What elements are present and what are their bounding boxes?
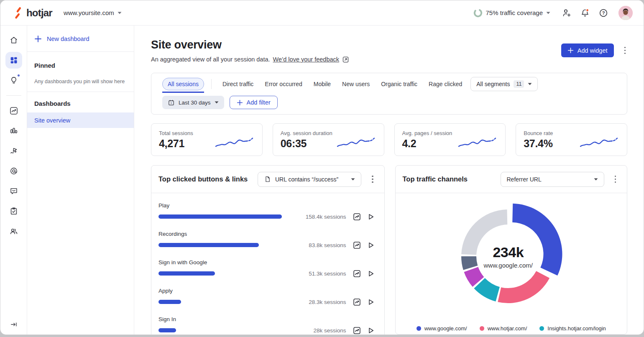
play-sessions-button[interactable] [366, 240, 376, 250]
tab-direct-traffic[interactable]: Direct traffic [222, 81, 253, 87]
rail-item-feedback[interactable] [5, 183, 22, 199]
collapse-arrow-icon [10, 320, 18, 329]
dashboards-sidebar: New dashboard Pinned Any dashboards you … [27, 26, 134, 334]
invite-user-button[interactable] [561, 8, 572, 18]
widget-title: Top traffic channels [403, 175, 468, 183]
chevron-down-icon [215, 101, 219, 104]
tab-new-users[interactable]: New users [342, 81, 370, 87]
plus-icon [567, 47, 574, 54]
page-title: Site overview [151, 38, 349, 51]
collapse-sidebar-button[interactable] [5, 316, 22, 333]
feedback-icon [9, 186, 18, 196]
avatar-photo [618, 6, 633, 20]
page-menu-button[interactable] [623, 45, 628, 56]
site-picker[interactable]: www.yoursite.com [64, 9, 122, 16]
sessions-count: 83.8k sessions [294, 242, 346, 248]
bell-icon [580, 8, 590, 18]
notification-dot [17, 74, 20, 77]
sidebar-item-site-overview[interactable]: Site overview [27, 112, 134, 128]
legend-dot [539, 326, 544, 331]
notifications-button[interactable] [580, 8, 590, 18]
tab-organic-traffic[interactable]: Organic traffic [381, 81, 417, 87]
rail-item-heatmaps[interactable] [5, 143, 22, 159]
pinned-section: Pinned Any dashboards you pin will show … [27, 52, 134, 92]
donut-segment-other-2[interactable] [461, 256, 478, 270]
dashboards-icon [9, 56, 18, 65]
donut-legend: www.google.com/www.hotjar.com/Insights.h… [396, 325, 627, 334]
add-filter-button[interactable]: Add filter [230, 96, 278, 109]
clicked-item-label: Play [158, 202, 376, 209]
feedback-link[interactable]: We’d love your feedback [273, 55, 340, 64]
view-trends-button[interactable] [353, 212, 362, 221]
view-trends-button[interactable] [353, 326, 362, 334]
sessions-count: 51.3k sessions [294, 271, 346, 277]
metric-value: 06:35 [281, 138, 332, 150]
play-icon [366, 241, 375, 250]
widget-top-clicked: Top clicked buttons & links URL contains… [151, 165, 385, 334]
date-range-dropdown[interactable]: 1 Last 30 days [162, 96, 224, 109]
heatmaps-icon [9, 146, 18, 156]
pinned-empty-text: Any dashboards you pin will show here [34, 79, 127, 84]
legend-item[interactable]: www.google.com/ [417, 325, 467, 332]
donut-chart: 234k www.google.com/ [396, 193, 627, 325]
play-icon [366, 212, 375, 221]
metric-card: Avg. session duration 06:35 [273, 123, 384, 156]
rail-item-funnels[interactable] [5, 123, 22, 139]
new-dashboard-button[interactable]: New dashboard [27, 26, 134, 52]
sessions-bar [158, 243, 259, 247]
surveys-icon [9, 207, 18, 216]
metric-label: Avg. pages / session [402, 130, 452, 136]
legend-label: www.hotjar.com/ [488, 325, 527, 332]
hotjar-flame-icon [13, 7, 23, 19]
legend-item[interactable]: Insights.hotjar.com/login [539, 325, 606, 332]
rail-divider [6, 95, 21, 96]
tab-mobile[interactable]: Mobile [314, 81, 331, 87]
metric-card: Avg. pages / session 4.2 [394, 123, 506, 156]
chevron-down-icon [351, 178, 355, 181]
play-sessions-button[interactable] [366, 297, 376, 306]
view-trends-button[interactable] [353, 269, 362, 278]
tab-error-occurred[interactable]: Error occurred [265, 81, 302, 87]
trend-chart-icon [353, 326, 361, 335]
metric-label: Total sessions [159, 130, 193, 136]
rail-item-ideas[interactable] [5, 72, 22, 89]
rail-item-dashboards[interactable] [5, 52, 22, 69]
rail-item-surveys[interactable] [5, 203, 22, 220]
plus-icon [237, 100, 243, 106]
filters-card: All sessions Direct trafficError occurre… [151, 73, 627, 115]
pinned-title: Pinned [34, 62, 127, 69]
rail-item-home[interactable] [5, 32, 22, 49]
funnels-icon [9, 126, 18, 135]
tab-rage-clicked[interactable]: Rage clicked [429, 81, 462, 87]
ideas-icon [9, 76, 18, 85]
clicked-item-label: Recordings [158, 231, 376, 237]
rail-item-trends[interactable] [5, 102, 22, 119]
rail-item-recordings[interactable] [5, 163, 22, 179]
play-sessions-button[interactable] [366, 212, 376, 221]
view-trends-button[interactable] [353, 297, 362, 306]
url-filter-dropdown[interactable]: URL contains “/success” [258, 172, 361, 187]
widget-menu-button[interactable] [613, 174, 618, 185]
help-button[interactable]: ? [598, 8, 609, 18]
clicked-item-row: Sign in with Google51.3k sessions [158, 259, 376, 278]
clicked-item-row: Sign In28k sessions [158, 316, 376, 334]
legend-label: Insights.hotjar.com/login [547, 325, 606, 332]
traffic-coverage[interactable]: 75% traffic coverage [473, 8, 550, 18]
add-widget-button[interactable]: Add widget [561, 43, 614, 57]
referrer-dropdown[interactable]: Referrer URL [501, 172, 604, 187]
play-sessions-button[interactable] [366, 326, 376, 334]
widget-menu-button[interactable] [370, 174, 375, 185]
donut-segment-www-hotjar-com-[interactable] [498, 271, 550, 303]
legend-item[interactable]: www.hotjar.com/ [480, 325, 527, 332]
segments-dropdown[interactable]: All segments 11 [470, 77, 538, 91]
avatar[interactable] [618, 6, 633, 20]
chevron-down-icon [118, 12, 122, 14]
svg-text:?: ? [602, 10, 605, 15]
view-trends-button[interactable] [353, 240, 362, 250]
legend-dot [417, 326, 421, 331]
play-sessions-button[interactable] [366, 269, 376, 278]
tab-all-sessions[interactable]: All sessions [162, 78, 204, 93]
rail-item-users[interactable] [5, 223, 22, 240]
widget-traffic-channels: Top traffic channels Referrer URL 234k w… [395, 165, 628, 334]
sessions-count: 28.3k sessions [294, 299, 346, 305]
